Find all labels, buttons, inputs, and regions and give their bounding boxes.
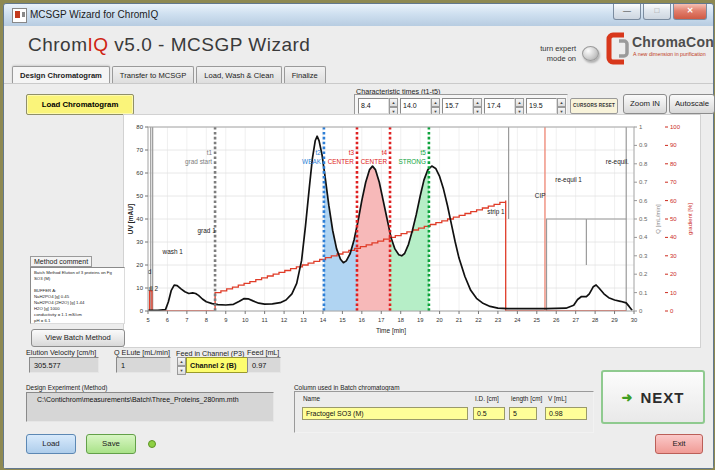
next-button-label: NEXT [640, 389, 684, 406]
svg-text:28: 28 [592, 317, 598, 323]
svg-text:60: 60 [136, 170, 143, 176]
svg-text:0.4: 0.4 [639, 234, 648, 240]
svg-text:10: 10 [670, 290, 677, 296]
design-experiment-path[interactable]: C:\Contichrom\measurements\Batch\Three_P… [26, 392, 274, 422]
tab-load-wash-clean[interactable]: Load, Wash & Clean [196, 66, 281, 83]
svg-text:24: 24 [514, 317, 521, 323]
svg-text:re-equil.: re-equil. [606, 158, 629, 166]
svg-text:30: 30 [670, 253, 677, 259]
svg-text:80: 80 [136, 124, 143, 130]
column-cell-id[interactable]: 0.5 [473, 407, 505, 420]
svg-text:26: 26 [553, 317, 559, 323]
expert-mode-toggle[interactable] [582, 46, 599, 61]
method-comment-box[interactable]: Batch Method Elution of 3 proteins on Fg… [30, 267, 125, 324]
svg-text:STRONG: STRONG [399, 158, 426, 165]
feed-channel-value[interactable]: Channel 2 (B) [186, 357, 248, 373]
svg-text:60: 60 [670, 198, 677, 204]
svg-text:9: 9 [224, 317, 227, 323]
time-t5-input[interactable]: 19.5 [526, 98, 557, 114]
svg-text:0.1: 0.1 [639, 290, 648, 296]
time-t3-input[interactable]: 15.7 [442, 98, 473, 114]
save-status-led [148, 440, 156, 448]
load-button[interactable]: Load [26, 434, 76, 454]
exit-button[interactable]: Exit [655, 434, 703, 454]
time-t2-input[interactable]: 14.0 [400, 98, 431, 114]
brand-chrom: Chrom [28, 34, 88, 55]
svg-text:t5: t5 [421, 149, 427, 156]
time-t1-input[interactable]: 8.4 [358, 98, 389, 114]
tab-separator [4, 83, 713, 84]
time-t4-input[interactable]: 17.4 [484, 98, 515, 114]
svg-text:15: 15 [339, 317, 345, 323]
svg-text:t2: t2 [316, 149, 322, 156]
next-button[interactable]: ➜ NEXT [601, 370, 705, 424]
svg-text:25: 25 [534, 317, 540, 323]
chromatogram-chart[interactable]: t1grad startt2WEAKt3CENTERt4CENTERt5STRO… [123, 114, 701, 348]
view-batch-method-button[interactable]: View Batch Method [31, 329, 125, 347]
feed-channel-select[interactable]: ▲▼ Channel 2 (B) [177, 357, 248, 373]
column-table: Name I.D. [cm] length [cm] V [mL] Fracto… [294, 391, 594, 433]
load-chromatogram-button[interactable]: Load Chromatogram [26, 94, 134, 115]
svg-text:14: 14 [320, 317, 327, 323]
tab-design-chromatogram[interactable]: Design Chromatogram [12, 66, 110, 83]
svg-text:100: 100 [670, 124, 681, 130]
column-cell-volume[interactable]: 0.98 [545, 407, 587, 420]
svg-text:12: 12 [281, 317, 287, 323]
spinner-up-icon[interactable]: ▲ [431, 98, 440, 107]
spinner-down-icon[interactable]: ▼ [177, 366, 186, 375]
q-elute-field[interactable]: 1 [116, 357, 171, 373]
spinner-up-icon[interactable]: ▲ [557, 98, 566, 107]
minimize-button[interactable]: — [613, 4, 641, 20]
svg-text:27: 27 [572, 317, 578, 323]
tab-transfer-to-mcsgp[interactable]: Transfer to MCSGP [112, 66, 194, 83]
svg-text:17: 17 [378, 317, 384, 323]
save-button[interactable]: Save [86, 434, 136, 454]
tab-finalize[interactable]: Finalize [284, 66, 326, 83]
column-cell-length[interactable]: 5 [509, 407, 537, 420]
chromatogram-svg[interactable]: t1grad startt2WEAKt3CENTERt4CENTERt5STRO… [124, 115, 700, 347]
column-cell-name[interactable]: Fractogel SO3 (M) [302, 407, 468, 420]
svg-text:30: 30 [136, 239, 143, 245]
logo-text: ChromaCon [632, 34, 714, 50]
close-button[interactable]: ✕ [673, 4, 707, 20]
svg-text:70: 70 [670, 179, 677, 185]
svg-text:Q [mL/min]: Q [mL/min] [655, 204, 661, 234]
svg-text:re-equil 1: re-equil 1 [555, 176, 582, 184]
svg-text:40: 40 [670, 234, 677, 240]
spinner-up-icon[interactable]: ▲ [473, 98, 482, 107]
svg-text:21: 21 [456, 317, 462, 323]
svg-text:t1: t1 [207, 149, 213, 156]
cursors-reset-button[interactable]: CURSORS RESET [570, 98, 618, 114]
svg-text:16: 16 [359, 317, 365, 323]
title-bar[interactable]: MCSGP Wizard for ChromIQ — □ ✕ [4, 4, 713, 27]
svg-text:20: 20 [670, 271, 677, 277]
svg-text:40: 40 [136, 216, 143, 222]
expert-mode-label: turn expert mode on [502, 44, 576, 64]
main-content: ChromIQ v5.0 - MCSGP Wizard turn expert … [4, 26, 713, 468]
svg-text:0.7: 0.7 [639, 179, 648, 185]
column-header-volume: V [mL] [548, 395, 566, 402]
svg-text:10: 10 [242, 317, 248, 323]
spinner-up-icon[interactable]: ▲ [389, 98, 398, 107]
svg-text:23: 23 [495, 317, 501, 323]
maximize-button: □ [643, 4, 671, 20]
spinner-up-icon[interactable]: ▲ [177, 357, 186, 366]
app-window: MCSGP Wizard for ChromIQ — □ ✕ ChromIQ v… [3, 3, 714, 469]
svg-text:gradient [%]: gradient [%] [687, 203, 693, 235]
autoscale-button[interactable]: Autoscale [669, 94, 715, 114]
svg-text:20: 20 [436, 317, 442, 323]
feed-volume-field[interactable]: 0.97 [247, 357, 281, 373]
svg-text:strip 1: strip 1 [487, 208, 505, 216]
column-header-name: Name [303, 395, 320, 402]
svg-text:0.6: 0.6 [639, 198, 648, 204]
time-t2-control: 14.0▲▼ [400, 98, 440, 114]
spinner-up-icon[interactable]: ▲ [515, 98, 524, 107]
svg-text:0.3: 0.3 [639, 253, 648, 259]
svg-text:UV [mAU]: UV [mAU] [127, 204, 135, 234]
tab-bar: Design Chromatogram Transfer to MCSGP Lo… [12, 66, 328, 83]
svg-text:CIP: CIP [535, 192, 546, 199]
svg-text:grad start: grad start [185, 158, 212, 166]
elution-velocity-field[interactable]: 305.577 [29, 357, 99, 373]
zoom-in-button[interactable]: Zoom IN [623, 94, 667, 114]
time-t3-control: 15.7▲▼ [442, 98, 482, 114]
